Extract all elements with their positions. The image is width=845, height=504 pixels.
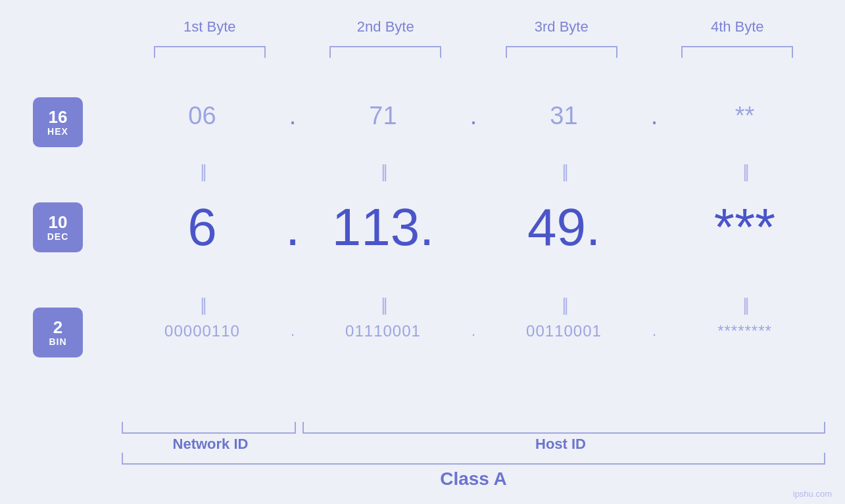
eq-2-2: || [302, 294, 464, 315]
bin-dot-2: . [464, 323, 483, 340]
bin-dot-3: . [644, 323, 664, 340]
byte-header-1: 1st Byte [122, 18, 298, 35]
hex-dot-2: . [464, 102, 483, 130]
badge-bin-label: BIN [49, 336, 66, 347]
main-container: 1st Byte 2nd Byte 3rd Byte 4th Byte 16 H… [0, 0, 845, 504]
bracket-top-3 [506, 46, 617, 58]
byte-header-2: 2nd Byte [298, 18, 474, 35]
bin-value-2: 01110001 [302, 322, 464, 340]
network-id-label: Network ID [122, 436, 299, 453]
badge-dec-label: DEC [47, 231, 69, 242]
badge-hex-label: HEX [47, 126, 68, 137]
hex-dot-1: . [283, 102, 302, 130]
hex-value-1: 06 [122, 102, 283, 130]
eq-1-4: || [664, 161, 825, 182]
dec-dot-1: . [283, 197, 302, 258]
dec-value-4: *** [664, 197, 825, 258]
dec-value-2: 113. [302, 197, 464, 258]
hex-dot-3: . [644, 102, 664, 130]
bracket-top-4 [681, 46, 793, 58]
byte-header-3: 3rd Byte [473, 18, 650, 35]
badge-hex-number: 16 [49, 108, 68, 127]
byte-headers: 1st Byte 2nd Byte 3rd Byte 4th Byte [122, 18, 825, 35]
eq-1-1: || [122, 161, 283, 182]
network-id-bracket [122, 422, 296, 434]
bracket-top-1 [154, 46, 266, 58]
full-class-bracket [122, 453, 825, 465]
host-id-bracket [302, 422, 825, 434]
hex-value-2: 71 [302, 102, 464, 130]
bin-value-4: ******** [664, 322, 825, 340]
top-brackets [122, 46, 825, 58]
badge-bin-number: 2 [53, 318, 62, 337]
badge-hex: 16 HEX [33, 97, 83, 147]
dec-value-1: 6 [122, 197, 283, 258]
eq-1-3: || [483, 161, 644, 182]
host-id-label: Host ID [296, 436, 825, 453]
badge-dec: 10 DEC [33, 202, 83, 252]
watermark: ipshu.com [793, 489, 832, 499]
hex-row: 06 . 71 . 31 . ** [122, 102, 825, 130]
equals-row-1: || || || || [122, 161, 825, 182]
bracket-top-2 [329, 46, 441, 58]
eq-2-1: || [122, 294, 283, 315]
bin-value-3: 00110001 [483, 322, 644, 340]
dec-row: 6 . 113. 49. *** [122, 197, 825, 258]
badge-bin: 2 BIN [33, 308, 83, 357]
bin-dot-1: . [283, 323, 302, 340]
hex-value-4: ** [664, 102, 825, 130]
byte-header-4: 4th Byte [650, 18, 826, 35]
eq-2-3: || [483, 294, 644, 315]
hex-value-3: 31 [483, 102, 644, 130]
equals-row-2: || || || || [122, 294, 825, 315]
bin-value-1: 00000110 [122, 322, 283, 340]
dec-value-3: 49. [483, 197, 644, 258]
badge-dec-number: 10 [49, 213, 68, 232]
eq-2-4: || [664, 294, 825, 315]
eq-1-2: || [302, 161, 464, 182]
bin-row: 00000110 . 01110001 . 00110001 . *******… [122, 322, 825, 340]
class-label: Class A [122, 469, 825, 490]
